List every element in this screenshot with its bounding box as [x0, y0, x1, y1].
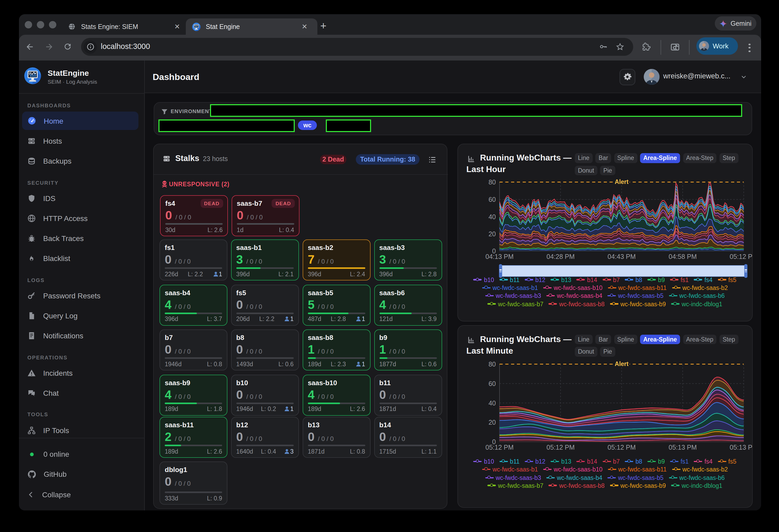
- svg-text:60: 60: [488, 196, 496, 203]
- svg-text:04:13 PM: 04:13 PM: [485, 253, 514, 260]
- svg-text:04:58 PM: 04:58 PM: [668, 253, 697, 260]
- svg-text:05:12 PM: 05:12 PM: [729, 253, 753, 260]
- svg-text:80: 80: [488, 360, 496, 368]
- svg-text:05:12 PM: 05:12 PM: [546, 443, 575, 451]
- svg-text:80: 80: [488, 178, 496, 186]
- svg-text:Alert: Alert: [615, 178, 629, 185]
- svg-text:20: 20: [488, 418, 496, 426]
- svg-text:05:13 PM: 05:13 PM: [668, 443, 697, 451]
- svg-text:60: 60: [488, 380, 496, 387]
- svg-text:04:43 PM: 04:43 PM: [607, 253, 636, 260]
- svg-text:20: 20: [488, 230, 496, 238]
- svg-text:SE: SE: [29, 72, 32, 74]
- svg-text:40: 40: [488, 213, 496, 220]
- svg-text:SE: SE: [194, 25, 196, 26]
- svg-text:40: 40: [488, 399, 496, 406]
- svg-text:04:28 PM: 04:28 PM: [546, 253, 575, 260]
- svg-text:05:13 PM: 05:13 PM: [729, 443, 753, 451]
- svg-text:05:12 PM: 05:12 PM: [485, 443, 514, 451]
- svg-text:05:12 PM: 05:12 PM: [607, 443, 636, 451]
- svg-text:Alert: Alert: [615, 360, 629, 367]
